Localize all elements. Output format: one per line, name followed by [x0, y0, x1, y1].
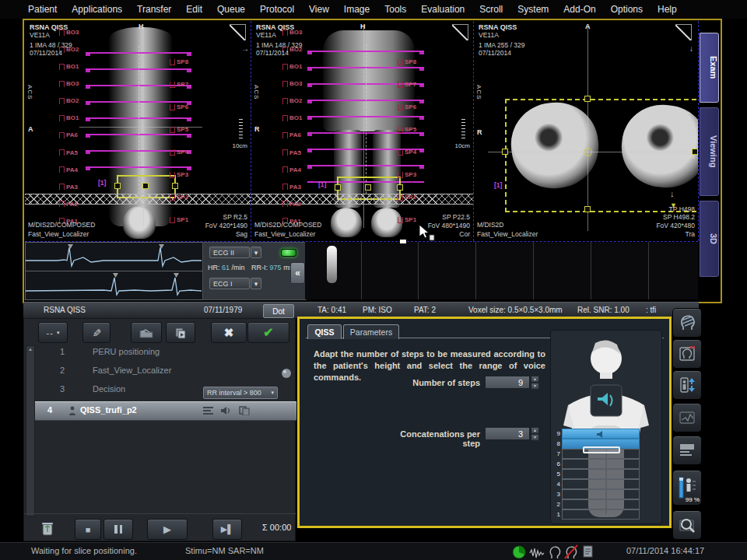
scroll-up-icon[interactable]: ▲ — [26, 346, 34, 352]
strip-slider-marker[interactable] — [400, 240, 406, 243]
group-box-handle[interactable] — [335, 184, 341, 191]
patient-registration-button[interactable] — [672, 339, 702, 369]
steps-spinner[interactable]: ▲ ▼ — [531, 376, 539, 389]
fov-roi-box[interactable] — [505, 99, 698, 212]
roi-handle-left[interactable] — [502, 149, 508, 155]
step-row-1[interactable] — [562, 509, 640, 520]
thumbnail-cell[interactable] — [534, 242, 591, 299]
pause-button[interactable] — [103, 519, 133, 540]
scroll-down-arrow-icon[interactable]: ↓ — [689, 44, 693, 53]
menu-edit[interactable]: Edit — [186, 4, 202, 15]
group-box-handle[interactable] — [114, 183, 121, 189]
scroll-right-arrow-icon[interactable]: → — [241, 44, 249, 53]
tab-viewing[interactable]: Viewing — [700, 107, 719, 196]
image-segment-coronal[interactable]: [1] BO3 BO2 BO1 BO3 BO2 BO1 PA6 PA5 PA4 … — [251, 21, 473, 241]
coil-label-column-left: BO3 BO2 BO1 BO3 BO2 BO1 PA6 PA5 PA4 PA3 … — [59, 29, 79, 225]
step-row-9-selected[interactable] — [562, 429, 640, 439]
image-zoom-button[interactable] — [672, 510, 702, 540]
concatenations-spinner[interactable]: ▲ ▼ — [531, 427, 539, 440]
step-row-4[interactable] — [562, 479, 640, 489]
copy-pages-icon[interactable] — [239, 406, 250, 415]
chevron-down-icon[interactable]: ▾ — [251, 278, 261, 289]
menu-view[interactable]: View — [309, 4, 329, 15]
steps-input[interactable]: 9 — [485, 376, 530, 389]
menu-evaluation[interactable]: Evaluation — [421, 4, 465, 15]
recycle-bin-icon[interactable] — [40, 520, 55, 537]
ecg-lead-select[interactable]: ECG I — [209, 278, 250, 289]
group-box-handle[interactable] — [365, 184, 371, 191]
menu-scroll[interactable]: Scroll — [479, 4, 503, 15]
queue-row[interactable]: 2 Fast_View_Localizer — [37, 366, 295, 383]
spinner-up-icon[interactable]: ▲ — [531, 427, 539, 434]
skip-button[interactable]: ▶▌ — [212, 519, 242, 540]
coil-label: BO3 — [282, 80, 302, 87]
ecg-lead-select[interactable]: ECG II — [209, 247, 250, 258]
menu-applications[interactable]: Applications — [72, 4, 122, 15]
step-row-2[interactable] — [562, 499, 640, 509]
thumbnail-cell[interactable] — [419, 242, 476, 299]
menu-help[interactable]: Help — [658, 4, 677, 15]
menu-protocol[interactable]: Protocol — [260, 4, 294, 15]
image-segment-transversal[interactable]: [1] ↓ ▼ RSNA QISS VE11A 1 IMA 255 / 329 … — [474, 21, 698, 241]
heart-rate-readout: HR: 61 /min RR-I: 975 ms — [208, 264, 293, 271]
protocol-layout-button[interactable] — [672, 436, 702, 465]
concatenations-input[interactable]: 3 — [485, 427, 530, 440]
menu-image[interactable]: Image — [344, 4, 370, 15]
step-row-7[interactable] — [562, 449, 640, 459]
step-row-3[interactable] — [562, 489, 640, 499]
rr-interval-dropdown[interactable]: RR interval > 800 ▾ — [203, 387, 278, 399]
open-protocol-button[interactable] — [131, 322, 162, 343]
menu-transfer[interactable]: Transfer — [137, 4, 171, 15]
group-box-handle[interactable] — [142, 183, 149, 189]
image-segment-sagittal[interactable]: [1] BO3 BO2 BO1 BO3 BO2 BO1 PA6 PA5 PA4 … — [25, 21, 251, 241]
thumbnail-cell[interactable] — [591, 242, 649, 299]
stop-button[interactable]: ■ — [75, 519, 101, 540]
menu-addon[interactable]: Add-On — [563, 4, 595, 15]
chevron-down-icon[interactable]: ▾ — [251, 247, 261, 258]
step-range-handle[interactable] — [583, 446, 620, 453]
thumbnail-cell[interactable] — [476, 242, 534, 299]
dot-engine-button[interactable]: Dot — [263, 304, 294, 318]
spinner-down-icon[interactable]: ▼ — [531, 434, 539, 441]
queue-row-selected[interactable]: 4 QISS_trufi_p2 — [35, 401, 296, 421]
tab-exam[interactable]: Exam — [700, 33, 719, 103]
roi-handle-bottom[interactable] — [584, 206, 591, 212]
coil-label: BO2 — [59, 97, 79, 104]
sar-level-button[interactable]: 99 % — [672, 470, 702, 506]
copy-run-button[interactable] — [166, 322, 195, 343]
thumbnail-cell[interactable] — [362, 242, 419, 299]
cancel-button[interactable]: ✖ — [211, 322, 247, 343]
list-properties-icon[interactable] — [203, 407, 213, 415]
thumbnail-cell[interactable] — [305, 242, 362, 299]
panel-fov: FoV 420*480 — [656, 222, 695, 229]
roi-center-handle[interactable] — [584, 148, 592, 156]
tab-parameters[interactable]: Parameters — [343, 324, 399, 339]
menu-patient[interactable]: Patient — [28, 4, 57, 15]
collapse-physio-button[interactable]: « — [290, 262, 305, 284]
menu-options[interactable]: Options — [611, 4, 643, 15]
spinner-up-icon[interactable]: ▲ — [531, 376, 539, 383]
scroll-down-arrow-icon[interactable]: ↓ — [670, 189, 675, 198]
menu-system[interactable]: System — [517, 4, 549, 15]
play-button[interactable]: ▶ — [147, 519, 188, 540]
queue-row[interactable]: 1 PERU positioning — [37, 347, 295, 364]
menu-queue[interactable]: Queue — [217, 4, 245, 15]
apply-button[interactable]: ✔ — [247, 322, 289, 343]
physio-curve-button[interactable] — [672, 403, 702, 432]
continue-measurement-button[interactable]: -- ▾ — [38, 322, 68, 343]
head-coil-button[interactable] — [672, 308, 702, 338]
roi-handle-top[interactable] — [584, 96, 591, 102]
queue-row[interactable]: 3 Decision RR interval > 800 ▾ — [37, 384, 295, 401]
queue-scrollbar[interactable]: ▲ — [26, 345, 35, 516]
spinner-down-icon[interactable]: ▼ — [531, 383, 539, 390]
coil-label: SP5 — [398, 126, 416, 133]
step-row-6[interactable] — [562, 459, 640, 469]
thumbnail-cell[interactable] — [649, 242, 698, 299]
speaker-icon[interactable] — [220, 406, 230, 415]
step-row-5[interactable] — [562, 469, 640, 479]
tab-3d[interactable]: 3D — [700, 201, 719, 277]
tab-qiss[interactable]: QISS — [307, 324, 342, 339]
table-position-button[interactable] — [672, 370, 702, 400]
edit-protocol-button[interactable]: ✎ — [82, 322, 110, 343]
menu-tools[interactable]: Tools — [384, 4, 406, 15]
